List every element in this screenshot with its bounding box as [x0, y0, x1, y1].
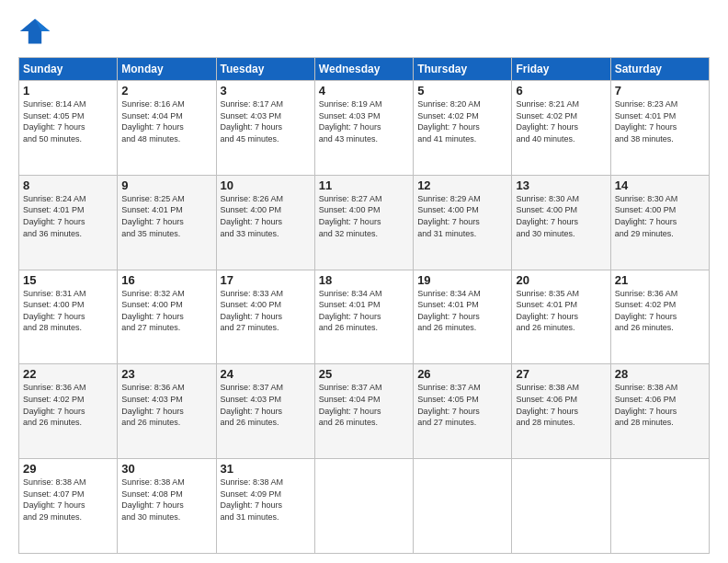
day-info: Sunrise: 8:31 AM Sunset: 4:00 PM Dayligh… [23, 288, 113, 334]
calendar-table: SundayMondayTuesdayWednesdayThursdayFrid… [18, 57, 710, 554]
calendar-cell: 21Sunrise: 8:36 AM Sunset: 4:02 PM Dayli… [610, 270, 709, 364]
day-number: 2 [121, 84, 211, 98]
day-info: Sunrise: 8:30 AM Sunset: 4:00 PM Dayligh… [615, 193, 705, 239]
day-number: 12 [417, 178, 507, 192]
day-of-week-header: Friday [512, 58, 610, 81]
day-number: 24 [221, 367, 311, 381]
day-info: Sunrise: 8:24 AM Sunset: 4:01 PM Dayligh… [23, 193, 113, 239]
day-info: Sunrise: 8:38 AM Sunset: 4:06 PM Dayligh… [615, 382, 705, 428]
day-number: 11 [319, 178, 409, 192]
day-info: Sunrise: 8:37 AM Sunset: 4:05 PM Dayligh… [417, 382, 507, 428]
day-of-week-header: Monday [118, 58, 216, 81]
day-number: 25 [319, 367, 409, 381]
day-number: 31 [221, 462, 311, 476]
day-info: Sunrise: 8:36 AM Sunset: 4:02 PM Dayligh… [23, 382, 113, 428]
day-number: 10 [221, 178, 311, 192]
calendar-cell: 24Sunrise: 8:37 AM Sunset: 4:03 PM Dayli… [216, 364, 314, 459]
calendar-cell: 14Sunrise: 8:30 AM Sunset: 4:00 PM Dayli… [610, 175, 709, 270]
day-info: Sunrise: 8:21 AM Sunset: 4:02 PM Dayligh… [516, 98, 606, 144]
day-info: Sunrise: 8:19 AM Sunset: 4:03 PM Dayligh… [319, 98, 409, 144]
day-info: Sunrise: 8:38 AM Sunset: 4:06 PM Dayligh… [516, 382, 606, 428]
calendar-header-row: SundayMondayTuesdayWednesdayThursdayFrid… [19, 58, 710, 81]
day-number: 13 [516, 178, 606, 192]
day-info: Sunrise: 8:34 AM Sunset: 4:01 PM Dayligh… [319, 288, 409, 334]
day-number: 14 [615, 178, 705, 192]
day-number: 19 [417, 273, 507, 287]
day-number: 20 [516, 273, 606, 287]
calendar-cell: 15Sunrise: 8:31 AM Sunset: 4:00 PM Dayli… [19, 270, 118, 364]
calendar-cell: 29Sunrise: 8:38 AM Sunset: 4:07 PM Dayli… [19, 459, 118, 554]
calendar-cell: 18Sunrise: 8:34 AM Sunset: 4:01 PM Dayli… [314, 270, 413, 364]
day-info: Sunrise: 8:36 AM Sunset: 4:02 PM Dayligh… [615, 288, 705, 334]
day-number: 7 [615, 84, 705, 98]
day-number: 22 [23, 367, 113, 381]
calendar-cell: 19Sunrise: 8:34 AM Sunset: 4:01 PM Dayli… [414, 270, 512, 364]
calendar-cell: 23Sunrise: 8:36 AM Sunset: 4:03 PM Dayli… [118, 364, 216, 459]
calendar-cell: 17Sunrise: 8:33 AM Sunset: 4:00 PM Dayli… [216, 270, 314, 364]
day-of-week-header: Sunday [19, 58, 118, 81]
calendar-cell [414, 459, 512, 554]
calendar-cell [512, 459, 610, 554]
day-info: Sunrise: 8:17 AM Sunset: 4:03 PM Dayligh… [221, 98, 311, 144]
calendar-cell: 20Sunrise: 8:35 AM Sunset: 4:01 PM Dayli… [512, 270, 610, 364]
day-info: Sunrise: 8:37 AM Sunset: 4:03 PM Dayligh… [221, 382, 311, 428]
day-number: 18 [319, 273, 409, 287]
calendar-cell: 8Sunrise: 8:24 AM Sunset: 4:01 PM Daylig… [19, 175, 118, 270]
day-number: 4 [319, 84, 409, 98]
day-number: 1 [23, 84, 113, 98]
day-info: Sunrise: 8:27 AM Sunset: 4:00 PM Dayligh… [319, 193, 409, 239]
page: SundayMondayTuesdayWednesdayThursdayFrid… [0, 0, 728, 563]
calendar-week-row: 8Sunrise: 8:24 AM Sunset: 4:01 PM Daylig… [19, 175, 710, 270]
day-info: Sunrise: 8:20 AM Sunset: 4:02 PM Dayligh… [417, 98, 507, 144]
calendar-week-row: 15Sunrise: 8:31 AM Sunset: 4:00 PM Dayli… [19, 270, 710, 364]
day-info: Sunrise: 8:38 AM Sunset: 4:09 PM Dayligh… [221, 477, 311, 523]
day-info: Sunrise: 8:30 AM Sunset: 4:00 PM Dayligh… [516, 193, 606, 239]
day-info: Sunrise: 8:16 AM Sunset: 4:04 PM Dayligh… [121, 98, 211, 144]
day-info: Sunrise: 8:32 AM Sunset: 4:00 PM Dayligh… [121, 288, 211, 334]
day-number: 29 [23, 462, 113, 476]
calendar-cell: 2Sunrise: 8:16 AM Sunset: 4:04 PM Daylig… [118, 81, 216, 176]
calendar-week-row: 22Sunrise: 8:36 AM Sunset: 4:02 PM Dayli… [19, 364, 710, 459]
calendar-cell: 11Sunrise: 8:27 AM Sunset: 4:00 PM Dayli… [314, 175, 413, 270]
day-number: 17 [221, 273, 311, 287]
calendar-cell: 16Sunrise: 8:32 AM Sunset: 4:00 PM Dayli… [118, 270, 216, 364]
day-info: Sunrise: 8:29 AM Sunset: 4:00 PM Dayligh… [417, 193, 507, 239]
calendar-week-row: 1Sunrise: 8:14 AM Sunset: 4:05 PM Daylig… [19, 81, 710, 176]
day-number: 8 [23, 178, 113, 192]
day-number: 5 [417, 84, 507, 98]
calendar-cell: 5Sunrise: 8:20 AM Sunset: 4:02 PM Daylig… [414, 81, 512, 176]
day-number: 9 [121, 178, 211, 192]
day-number: 27 [516, 367, 606, 381]
day-info: Sunrise: 8:26 AM Sunset: 4:00 PM Dayligh… [221, 193, 311, 239]
day-number: 6 [516, 84, 606, 98]
calendar-cell: 31Sunrise: 8:38 AM Sunset: 4:09 PM Dayli… [216, 459, 314, 554]
day-of-week-header: Saturday [610, 58, 709, 81]
day-info: Sunrise: 8:36 AM Sunset: 4:03 PM Dayligh… [121, 382, 211, 428]
calendar-cell: 9Sunrise: 8:25 AM Sunset: 4:01 PM Daylig… [118, 175, 216, 270]
day-info: Sunrise: 8:33 AM Sunset: 4:00 PM Dayligh… [221, 288, 311, 334]
day-info: Sunrise: 8:14 AM Sunset: 4:05 PM Dayligh… [23, 98, 113, 144]
day-of-week-header: Wednesday [314, 58, 413, 81]
calendar-cell: 10Sunrise: 8:26 AM Sunset: 4:00 PM Dayli… [216, 175, 314, 270]
day-number: 26 [417, 367, 507, 381]
day-number: 3 [221, 84, 311, 98]
day-number: 28 [615, 367, 705, 381]
calendar-cell: 28Sunrise: 8:38 AM Sunset: 4:06 PM Dayli… [610, 364, 709, 459]
day-info: Sunrise: 8:37 AM Sunset: 4:04 PM Dayligh… [319, 382, 409, 428]
day-info: Sunrise: 8:35 AM Sunset: 4:01 PM Dayligh… [516, 288, 606, 334]
logo-icon [18, 15, 51, 48]
day-number: 21 [615, 273, 705, 287]
day-number: 30 [121, 462, 211, 476]
calendar-cell: 12Sunrise: 8:29 AM Sunset: 4:00 PM Dayli… [414, 175, 512, 270]
header [18, 15, 710, 48]
calendar-cell: 1Sunrise: 8:14 AM Sunset: 4:05 PM Daylig… [19, 81, 118, 176]
calendar-cell: 26Sunrise: 8:37 AM Sunset: 4:05 PM Dayli… [414, 364, 512, 459]
calendar-cell: 27Sunrise: 8:38 AM Sunset: 4:06 PM Dayli… [512, 364, 610, 459]
day-info: Sunrise: 8:25 AM Sunset: 4:01 PM Dayligh… [121, 193, 211, 239]
day-of-week-header: Thursday [414, 58, 512, 81]
day-number: 16 [121, 273, 211, 287]
calendar-cell: 25Sunrise: 8:37 AM Sunset: 4:04 PM Dayli… [314, 364, 413, 459]
day-info: Sunrise: 8:23 AM Sunset: 4:01 PM Dayligh… [615, 98, 705, 144]
calendar-cell: 4Sunrise: 8:19 AM Sunset: 4:03 PM Daylig… [314, 81, 413, 176]
day-number: 15 [23, 273, 113, 287]
